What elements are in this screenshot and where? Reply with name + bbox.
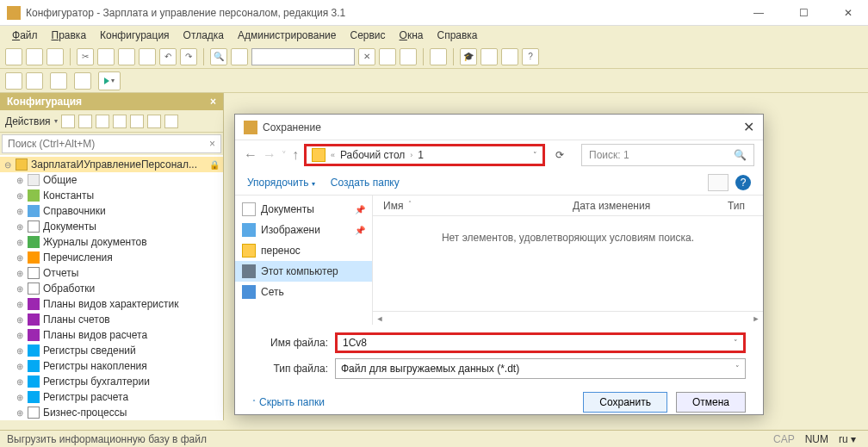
view-mode-button[interactable]	[708, 174, 728, 191]
col-modified[interactable]: Дата изменения	[573, 200, 693, 212]
tree-node[interactable]: ⊕Обработки	[0, 281, 223, 296]
tree-node[interactable]: ⊕Константы	[0, 188, 223, 203]
action-icon-5[interactable]	[130, 115, 144, 128]
config-close-icon[interactable]: ×	[210, 96, 216, 108]
tb-icon-3[interactable]	[430, 48, 447, 65]
save-icon[interactable]	[46, 48, 64, 65]
dialog-close-icon[interactable]: ✕	[743, 119, 754, 135]
find-icon[interactable]: 🔍	[210, 48, 227, 65]
new-folder-button[interactable]: Создать папку	[331, 177, 400, 189]
action-icon-7[interactable]	[164, 115, 178, 128]
tree-root-label: ЗарплатаИУправлениеПерсонал...	[31, 158, 197, 171]
tb-icon-1[interactable]	[379, 48, 396, 65]
tree-node[interactable]: ⊕Регистры сведений	[0, 343, 223, 358]
menu-edit[interactable]: Правка	[45, 28, 94, 43]
h-scrollbar[interactable]: ◄►	[373, 311, 763, 325]
zoom-icon[interactable]	[231, 48, 248, 65]
refresh-icon[interactable]: ⟳	[550, 149, 569, 161]
path-dropdown-icon[interactable]: ˅	[533, 151, 537, 159]
menu-windows[interactable]: Окна	[393, 28, 431, 43]
redo-icon[interactable]: ↷	[180, 48, 197, 65]
hide-folders-link[interactable]: ˄ Скрыть папки	[252, 396, 325, 408]
col-name[interactable]: Имя	[383, 200, 403, 212]
tree-node[interactable]: ⊕Бизнес-процессы	[0, 405, 223, 420]
search-icon[interactable]: 🔍	[734, 149, 747, 161]
places-tree[interactable]: Документы📌 Изображени📌 перенос Этот комп…	[235, 196, 373, 325]
menu-file[interactable]: Файл	[5, 28, 45, 43]
save-button[interactable]: Сохранить	[583, 392, 667, 413]
toolbar-search-input[interactable]	[251, 48, 355, 65]
filename-input[interactable]	[343, 337, 734, 349]
close-button[interactable]: ✕	[835, 7, 861, 19]
action-icon-2[interactable]	[78, 115, 92, 128]
path-seg-2[interactable]: 1	[418, 149, 424, 161]
copy-icon[interactable]	[97, 48, 115, 65]
config-search-input[interactable]	[3, 135, 204, 152]
undo-icon[interactable]: ↶	[159, 48, 177, 65]
tree-node[interactable]: ⊕Журналы документов	[0, 234, 223, 250]
tree-node[interactable]: ⊕Планы видов расчета	[0, 327, 223, 343]
minimize-button[interactable]: —	[746, 7, 772, 19]
place-transfer[interactable]: перенос	[235, 240, 372, 261]
filetype-select[interactable]: Файл для выгружаемых данных (*.dt) ˅	[335, 358, 746, 379]
config-tree[interactable]: ⊖ ЗарплатаИУправлениеПерсонал... 🔒 ⊕Общи…	[0, 155, 223, 420]
actions-label[interactable]: Действия	[5, 115, 51, 127]
tree-node[interactable]: ⊕Документы	[0, 219, 223, 234]
print-icon[interactable]	[139, 48, 156, 65]
run-button[interactable]: ▾	[98, 71, 121, 90]
student-icon[interactable]: 🎓	[460, 48, 477, 65]
nav-back-icon[interactable]: ←	[244, 147, 257, 163]
tree-node[interactable]: ⊕Регистры бухгалтерии	[0, 374, 223, 389]
tb-icon-2[interactable]	[400, 48, 417, 65]
filename-dropdown-icon[interactable]: ˅	[734, 338, 738, 347]
calendar-icon[interactable]	[480, 48, 498, 65]
dialog-help-icon[interactable]: ?	[735, 175, 751, 190]
tree-node[interactable]: ⊕Справочники	[0, 203, 223, 219]
place-documents[interactable]: Документы📌	[235, 199, 372, 220]
save-dialog: Сохранение ✕ ← → ˅ ↑ « Рабочий стол › 1 …	[234, 114, 764, 415]
tree-node[interactable]: ⊕Общие	[0, 172, 223, 188]
paste-icon[interactable]	[118, 48, 135, 65]
tree-node[interactable]: ⊕Отчеты	[0, 265, 223, 281]
cancel-button[interactable]: Отмена	[676, 392, 746, 413]
tree-node[interactable]: ⊕Регистры расчета	[0, 389, 223, 405]
menu-config[interactable]: Конфигурация	[93, 28, 177, 43]
clear-search-icon[interactable]: ✕	[358, 48, 375, 65]
place-network[interactable]: Сеть	[235, 282, 372, 302]
help-icon[interactable]: ?	[522, 48, 539, 65]
action-icon-6[interactable]	[147, 115, 161, 128]
place-this-pc[interactable]: Этот компьютер	[235, 261, 372, 282]
nav-history-icon[interactable]: ˅	[282, 150, 287, 161]
menu-service[interactable]: Сервис	[343, 28, 392, 43]
menu-debug[interactable]: Отладка	[177, 28, 231, 43]
nav-up-icon[interactable]: ↑	[292, 147, 299, 163]
tb2-icon-4[interactable]	[74, 72, 91, 90]
tree-node[interactable]: ⊕Перечисления	[0, 250, 223, 265]
filetype-dropdown-icon[interactable]: ˅	[735, 364, 740, 373]
path-box[interactable]: « Рабочий стол › 1 ˅	[304, 144, 545, 166]
open-icon[interactable]	[26, 48, 43, 65]
place-images[interactable]: Изображени📌	[235, 220, 372, 240]
cut-icon[interactable]: ✂	[77, 48, 94, 65]
tree-root[interactable]: ⊖ ЗарплатаИУправлениеПерсонал... 🔒	[0, 157, 223, 172]
action-icon-4[interactable]	[113, 115, 127, 128]
config-search-clear-icon[interactable]: ×	[204, 138, 220, 150]
organize-button[interactable]: Упорядочить ▾	[247, 177, 315, 189]
calc-icon[interactable]	[501, 48, 518, 65]
tree-node[interactable]: ⊕Регистры накопления	[0, 358, 223, 374]
tb2-icon-3[interactable]	[50, 72, 67, 90]
action-icon-3[interactable]	[96, 115, 109, 128]
maximize-button[interactable]: ☐	[790, 7, 816, 19]
col-type[interactable]: Тип	[728, 200, 745, 212]
menu-admin[interactable]: Администрирование	[231, 28, 343, 43]
new-icon[interactable]	[5, 48, 22, 65]
dialog-search[interactable]: Поиск: 1 🔍	[581, 144, 754, 166]
tree-node[interactable]: ⊕Планы счетов	[0, 312, 223, 327]
tb2-icon-2[interactable]	[26, 72, 43, 90]
tree-node[interactable]: ⊕Планы видов характеристик	[0, 296, 223, 312]
path-seg-1[interactable]: Рабочий стол	[340, 149, 405, 161]
tb2-icon-1[interactable]	[5, 72, 22, 90]
menu-help[interactable]: Справка	[430, 28, 484, 43]
file-list-header[interactable]: Имя˄ Дата изменения Тип	[373, 196, 763, 216]
action-icon-1[interactable]	[61, 115, 75, 128]
